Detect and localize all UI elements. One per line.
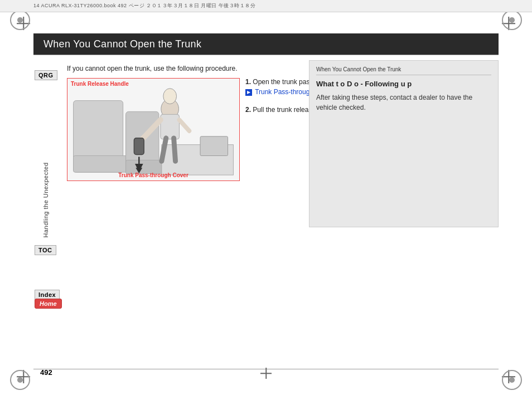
svg-line-12 (174, 138, 176, 162)
illus-label-top: Trunk Release Handle (71, 81, 129, 87)
svg-rect-8 (161, 114, 180, 139)
illus-label-bottom: Trunk Pass-through Cover (118, 172, 188, 178)
home-badge[interactable]: Home (35, 294, 62, 309)
left-column: If you cannot open the trunk, use the fo… (67, 60, 307, 181)
step-1-link-icon: ▶ (245, 89, 252, 96)
circle-deco-bl (10, 370, 30, 390)
svg-rect-2 (74, 155, 129, 172)
trunk-illustration (67, 79, 239, 181)
page-title: When You Cannot Open the Trunk (43, 38, 201, 50)
svg-rect-16 (200, 136, 228, 156)
qrg-badge[interactable]: QRG (35, 65, 57, 80)
illustration-box: Trunk Release Handle (67, 78, 240, 181)
step-2-num: 2. (245, 106, 251, 114)
svg-rect-13 (134, 138, 144, 155)
header-bar: 14 ACURA RLX-31TY26000.book 492 ページ ２０１３… (0, 0, 532, 12)
svg-point-7 (163, 89, 177, 104)
info-box: When You Cannot Open the Trunk What t o … (309, 60, 499, 227)
step-1-num: 1. (245, 78, 251, 86)
center-bottom-crosshair (260, 368, 272, 379)
circle-deco-br (502, 370, 522, 390)
page-number: 492 (40, 368, 52, 377)
circle-deco-tr (502, 10, 522, 30)
title-underline (33, 55, 499, 55)
toc-badge[interactable]: TOC (35, 245, 56, 255)
sidebar-vertical-text: Handling the Unexpected (42, 162, 49, 237)
info-box-title: When You Cannot Open the Trunk (316, 66, 491, 75)
info-box-text: After taking these steps, contact a deal… (316, 92, 491, 113)
info-box-heading: What t o D o - Following u p (316, 80, 491, 88)
title-section: When You Cannot Open the Trunk (33, 33, 499, 55)
circle-deco-tl (10, 10, 30, 30)
main-content: If you cannot open the trunk, use the fo… (67, 60, 499, 367)
intro-text: If you cannot open the trunk, use the fo… (67, 60, 307, 72)
file-info: 14 ACURA RLX-31TY26000.book 492 ページ ２０１３… (33, 2, 255, 9)
